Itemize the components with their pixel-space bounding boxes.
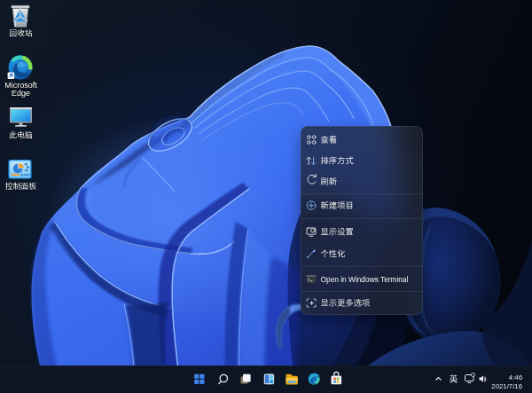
svg-text:4:46: 4:46 xyxy=(509,373,522,381)
svg-text:2021/7/16: 2021/7/16 xyxy=(491,382,522,390)
